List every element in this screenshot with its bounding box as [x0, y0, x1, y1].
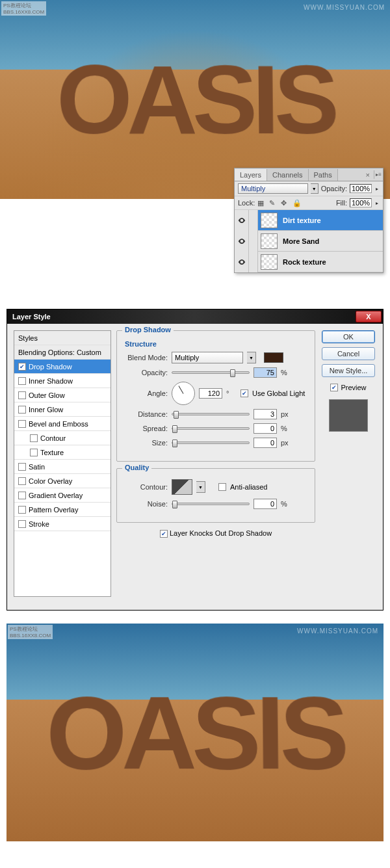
style-item-drop-shadow[interactable]: Drop Shadow — [14, 360, 110, 374]
layer-thumbnail[interactable] — [261, 254, 278, 270]
opacity-slider[interactable] — [172, 371, 250, 374]
dialog-titlebar[interactable]: Layer Style X — [7, 309, 383, 324]
oasis-artwork-bottom: PS教程论坛 BBS.16XX8.COM WWW.MISSYUAN.COM OA… — [6, 624, 384, 841]
layers-lock-row: Lock: ▦ ✎ ✥ 🔒 Fill: 100% ▸ — [235, 196, 383, 210]
layer-row-dirt-texture[interactable]: Dirt texture — [235, 210, 383, 231]
lock-paint-icon[interactable]: ✎ — [269, 199, 277, 207]
style-list: Styles Blending Options: Custom Drop Sha… — [14, 330, 111, 597]
ok-button[interactable]: OK — [322, 330, 375, 343]
lock-label: Lock: — [238, 199, 255, 207]
watermark-line2: BBS.16XX8.COM — [10, 633, 51, 638]
degree-unit: ° — [226, 389, 237, 397]
checkbox-icon[interactable] — [18, 463, 26, 471]
layer-name[interactable]: More Sand — [280, 237, 383, 245]
top-illustration-block: PS教程论坛 BBS.16XX8.COM WWW.MISSYUAN.COM OA… — [0, 0, 390, 296]
size-row: Size: 0 px — [125, 438, 307, 448]
checkbox-icon[interactable] — [18, 406, 26, 414]
checkbox-icon[interactable] — [30, 434, 38, 442]
layer-link-cell[interactable] — [249, 231, 258, 252]
preview-checkbox[interactable] — [330, 384, 338, 391]
contour-label: Contour: — [125, 483, 168, 491]
watermark-line2: BBS.16XX8.COM — [3, 9, 44, 15]
tab-channels[interactable]: Channels — [267, 169, 308, 181]
distance-input[interactable]: 3 — [254, 409, 277, 419]
checkbox-icon[interactable] — [18, 391, 26, 399]
angle-input[interactable]: 120 — [199, 388, 222, 399]
checkbox-icon[interactable] — [18, 492, 26, 499]
tab-layers[interactable]: Layers — [235, 169, 267, 181]
size-slider[interactable] — [172, 441, 250, 444]
blend-mode-select[interactable]: Multiply — [172, 352, 243, 363]
tab-paths[interactable]: Paths — [309, 169, 338, 181]
noise-slider[interactable] — [172, 503, 250, 505]
shadow-color-swatch[interactable] — [264, 352, 283, 363]
fill-arrow-icon[interactable]: ▸ — [374, 200, 380, 206]
style-item-satin[interactable]: Satin — [14, 460, 110, 474]
spread-input[interactable]: 0 — [254, 423, 277, 434]
dialog-close-button[interactable]: X — [356, 311, 382, 322]
opacity-input[interactable]: 100% — [350, 184, 372, 193]
knockout-checkbox[interactable] — [160, 530, 168, 538]
layer-style-dialog: Layer Style X Styles Blending Options: C… — [6, 309, 384, 611]
fill-input[interactable]: 100% — [350, 198, 372, 207]
panel-close-icon[interactable]: × — [362, 171, 374, 179]
antialiased-checkbox[interactable] — [218, 483, 226, 491]
noise-input[interactable]: 0 — [254, 499, 277, 509]
cancel-button[interactable]: Cancel — [322, 347, 375, 360]
distance-label: Distance: — [125, 410, 168, 418]
lock-position-icon[interactable]: ✥ — [281, 199, 289, 207]
structure-heading: Structure — [125, 340, 307, 348]
checkbox-icon[interactable] — [18, 520, 26, 528]
style-item-styles[interactable]: Styles — [14, 331, 110, 345]
checkbox-icon[interactable] — [18, 477, 26, 485]
style-item-bevel[interactable]: Bevel and Emboss — [14, 417, 110, 431]
style-item-color-overlay[interactable]: Color Overlay — [14, 474, 110, 488]
checkbox-icon[interactable] — [18, 420, 26, 428]
style-item-contour[interactable]: Contour — [14, 431, 110, 445]
use-global-checkbox[interactable] — [240, 389, 248, 397]
blend-mode-select[interactable]: Multiply — [238, 183, 308, 194]
lock-transparency-icon[interactable]: ▦ — [257, 199, 265, 207]
style-item-gradient-overlay[interactable]: Gradient Overlay — [14, 488, 110, 503]
checkbox-icon[interactable] — [18, 506, 26, 514]
style-item-inner-glow[interactable]: Inner Glow — [14, 402, 110, 417]
blend-mode-dropdown-icon[interactable]: ▼ — [311, 183, 318, 194]
panel-menu-icon[interactable]: ▸≡ — [374, 170, 383, 179]
lock-all-icon[interactable]: 🔒 — [292, 199, 300, 207]
visibility-toggle-icon[interactable] — [235, 231, 249, 252]
checkbox-icon[interactable] — [18, 377, 26, 385]
layer-thumbnail[interactable] — [261, 233, 278, 249]
style-item-outer-glow[interactable]: Outer Glow — [14, 388, 110, 402]
layer-thumbnail[interactable] — [261, 213, 278, 228]
checkbox-icon[interactable] — [30, 449, 38, 456]
opacity-label: Opacity: — [125, 369, 168, 376]
dropdown-arrow-icon[interactable]: ▼ — [196, 481, 205, 493]
watermark-top-right: WWW.MISSYUAN.COM — [297, 627, 378, 635]
size-input[interactable]: 0 — [254, 438, 277, 448]
layer-name[interactable]: Dirt texture — [280, 217, 383, 224]
angle-dial[interactable] — [172, 382, 195, 405]
style-item-blending[interactable]: Blending Options: Custom — [14, 345, 110, 360]
style-item-texture[interactable]: Texture — [14, 445, 110, 460]
new-style-button[interactable]: New Style... — [322, 364, 375, 377]
size-label: Size: — [125, 439, 168, 447]
layer-row-more-sand[interactable]: More Sand — [235, 231, 383, 252]
layer-row-rock-texture[interactable]: Rock texture — [235, 252, 383, 272]
opacity-input[interactable]: 75 — [254, 367, 277, 378]
checkbox-icon[interactable] — [18, 363, 26, 371]
style-item-inner-shadow[interactable]: Inner Shadow — [14, 374, 110, 388]
contour-row: Contour: ▼ Anti-aliased — [125, 479, 307, 495]
layer-link-cell[interactable] — [249, 210, 258, 231]
style-item-stroke[interactable]: Stroke — [14, 517, 110, 531]
opacity-arrow-icon[interactable]: ▸ — [374, 186, 380, 192]
visibility-toggle-icon[interactable] — [235, 210, 249, 231]
opacity-row: Opacity: 75 % — [125, 367, 307, 378]
style-item-pattern-overlay[interactable]: Pattern Overlay — [14, 503, 110, 517]
layer-name[interactable]: Rock texture — [280, 258, 383, 266]
spread-slider[interactable] — [172, 427, 250, 430]
contour-picker[interactable] — [172, 479, 192, 495]
distance-slider[interactable] — [172, 413, 250, 415]
visibility-toggle-icon[interactable] — [235, 252, 249, 272]
layer-link-cell[interactable] — [249, 252, 258, 272]
dropdown-arrow-icon[interactable]: ▼ — [247, 352, 256, 363]
